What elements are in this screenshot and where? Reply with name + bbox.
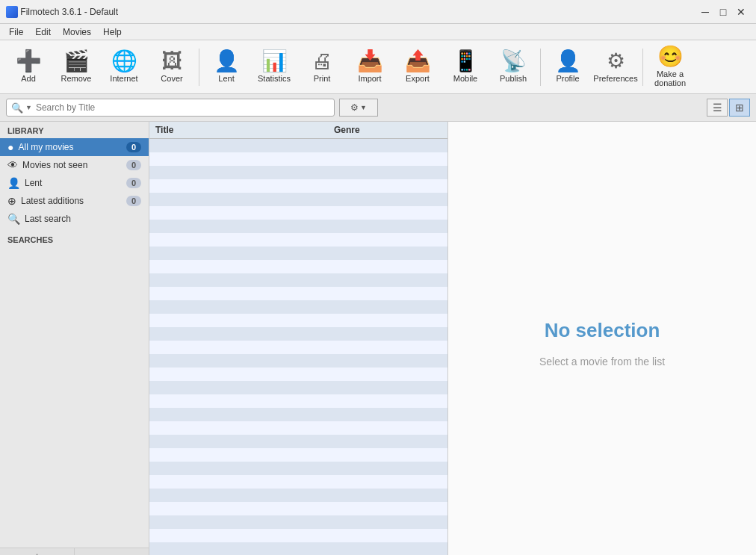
print-button[interactable]: 🖨Print	[300, 44, 344, 90]
movie-title-cell	[149, 152, 328, 166]
profile-button-label: Profile	[556, 74, 579, 83]
window-title: Filmotech 3.6.1 - Default	[20, 7, 696, 17]
publish-button[interactable]: 📡Publish	[491, 44, 536, 90]
internet-button-icon: 🌐	[111, 51, 137, 72]
table-row[interactable]	[149, 260, 447, 273]
table-row[interactable]	[149, 300, 447, 314]
table-row[interactable]	[149, 247, 447, 260]
sidebar-items: ●All my movies0👁Movies not seen0👤Lent0⊕L…	[0, 138, 149, 228]
col-title-header: Title	[149, 122, 328, 138]
movie-title-cell	[149, 193, 328, 206]
internet-button[interactable]: 🌐Internet	[102, 44, 146, 90]
movie-title-cell	[149, 435, 328, 448]
table-row[interactable]	[149, 542, 447, 555]
statistics-button[interactable]: 📊Statistics	[252, 44, 297, 90]
table-row[interactable]	[149, 394, 447, 408]
settings-dropdown-arrow: ▼	[360, 104, 367, 111]
table-row[interactable]	[149, 462, 447, 475]
view-details-button[interactable]: ☰	[707, 99, 728, 117]
remove-button-icon: 🎬	[63, 51, 90, 72]
table-row[interactable]	[149, 233, 447, 247]
minimize-button[interactable]: ─	[696, 3, 714, 21]
movie-genre-cell	[328, 300, 447, 314]
col-genre-header: Genre	[328, 122, 447, 138]
table-row[interactable]	[149, 327, 447, 341]
movie-title-cell	[149, 260, 328, 273]
table-row[interactable]	[149, 421, 447, 435]
movie-genre-cell	[328, 273, 447, 287]
toolbar: ➕Add🎬Remove🌐Internet🖼Cover👤Lent📊Statisti…	[0, 40, 756, 94]
movie-title-cell	[149, 515, 328, 529]
movie-title-cell	[149, 179, 328, 193]
close-button[interactable]: ✕	[732, 3, 750, 21]
export-button[interactable]: 📤Export	[395, 44, 440, 90]
table-row[interactable]	[149, 489, 447, 502]
profile-button-icon: 👤	[555, 51, 581, 72]
sidebar-remove-button[interactable]: −	[75, 548, 149, 555]
table-row[interactable]	[149, 502, 447, 515]
table-row[interactable]	[149, 139, 447, 152]
import-button-label: Import	[358, 74, 381, 83]
preferences-button[interactable]: ⚙Preferences	[593, 44, 638, 90]
movie-genre-cell	[328, 206, 447, 220]
cover-button-label: Cover	[161, 74, 182, 83]
maximize-button[interactable]: □	[714, 3, 732, 21]
menu-item-edit[interactable]: Edit	[29, 25, 57, 39]
movie-title-cell	[149, 354, 328, 368]
view-grid-button[interactable]: ⊞	[729, 99, 750, 117]
table-row[interactable]	[149, 529, 447, 542]
lent-button[interactable]: 👤Lent	[204, 44, 249, 90]
add-button[interactable]: ➕Add	[6, 44, 51, 90]
table-row[interactable]	[149, 515, 447, 529]
menu-item-file[interactable]: File	[3, 25, 29, 39]
table-row[interactable]	[149, 435, 447, 448]
title-bar: Filmotech 3.6.1 - Default ─ □ ✕	[0, 0, 756, 24]
mobile-button-icon: 📱	[453, 51, 479, 72]
table-row[interactable]	[149, 354, 447, 368]
sidebar-item-last-search[interactable]: 🔍Last search	[0, 210, 149, 228]
import-button[interactable]: 📥Import	[347, 44, 392, 90]
sidebar-item-movies-not-seen[interactable]: 👁Movies not seen0	[0, 156, 149, 174]
sidebar-item-lent[interactable]: 👤Lent0	[0, 174, 149, 192]
search-dropdown-arrow[interactable]: ▼	[25, 104, 32, 111]
movie-title-cell	[149, 341, 328, 354]
table-row[interactable]	[149, 166, 447, 179]
sidebar-add-button[interactable]: +	[0, 548, 75, 555]
mobile-button[interactable]: 📱Mobile	[443, 44, 488, 90]
table-row[interactable]	[149, 475, 447, 489]
table-row[interactable]	[149, 381, 447, 394]
cover-button[interactable]: 🖼Cover	[149, 44, 194, 90]
table-row[interactable]	[149, 341, 447, 354]
remove-button[interactable]: 🎬Remove	[54, 44, 99, 90]
search-input-wrap[interactable]: 🔍 ▼	[6, 99, 335, 117]
search-input[interactable]	[36, 102, 329, 113]
menu-item-help[interactable]: Help	[97, 25, 128, 39]
print-button-icon: 🖨	[312, 51, 332, 72]
profile-button[interactable]: 👤Profile	[545, 44, 590, 90]
donation-button[interactable]: 😊Make a donation	[648, 44, 693, 90]
movie-genre-cell	[328, 462, 447, 475]
menu-item-movies[interactable]: Movies	[57, 25, 97, 39]
settings-button[interactable]: ⚙ ▼	[339, 99, 378, 117]
table-row[interactable]	[149, 273, 447, 287]
movie-title-cell	[149, 287, 328, 300]
table-row[interactable]	[149, 193, 447, 206]
table-row[interactable]	[149, 287, 447, 300]
table-row[interactable]	[149, 368, 447, 381]
table-row[interactable]	[149, 152, 447, 166]
table-row[interactable]	[149, 206, 447, 220]
content-area: LIBRARY ●All my movies0👁Movies not seen0…	[0, 122, 756, 555]
sidebar-item-all-movies[interactable]: ●All my movies0	[0, 138, 149, 156]
movie-title-cell	[149, 247, 328, 260]
add-button-icon: ➕	[16, 51, 42, 72]
no-selection-title: No selection	[545, 319, 660, 342]
table-row[interactable]	[149, 408, 447, 421]
publish-button-icon: 📡	[501, 51, 527, 72]
sidebar-item-latest-additions[interactable]: ⊕Latest additions0	[0, 192, 149, 210]
toolbar-separator	[642, 49, 643, 86]
main-content: LIBRARY ●All my movies0👁Movies not seen0…	[0, 122, 756, 555]
table-row[interactable]	[149, 220, 447, 233]
table-row[interactable]	[149, 448, 447, 462]
table-row[interactable]	[149, 314, 447, 327]
table-row[interactable]	[149, 179, 447, 193]
